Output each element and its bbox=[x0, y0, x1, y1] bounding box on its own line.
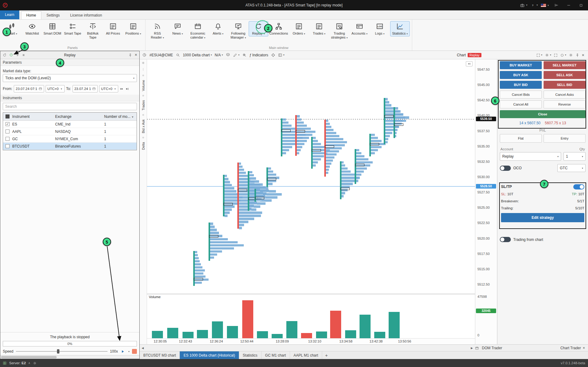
col-number[interactable]: Number of mo...▼ bbox=[104, 114, 137, 119]
indicators-button[interactable]: ƒIndicators bbox=[249, 53, 268, 57]
language-button[interactable]: ▾ bbox=[541, 4, 549, 7]
crosshair-icon[interactable] bbox=[271, 53, 275, 57]
settings-button[interactable]: ▾ bbox=[545, 53, 551, 57]
ribbon-item-trading-strategies[interactable]: Trading strategies▾ bbox=[330, 21, 349, 40]
maximize-button[interactable] bbox=[576, 2, 586, 9]
to-date-field[interactable]: 23.07.24 1 bbox=[73, 85, 98, 92]
theme-button[interactable]: ▾ bbox=[560, 53, 566, 57]
mode-selector[interactable]: N/A▾ bbox=[215, 53, 223, 57]
volume-pane[interactable]: Volume bbox=[147, 294, 475, 338]
col-exchange[interactable]: Exchange bbox=[55, 114, 104, 119]
tab-license-information[interactable]: License information bbox=[65, 11, 107, 19]
close-panel-icon[interactable]: × bbox=[135, 53, 137, 57]
row-checkbox[interactable] bbox=[6, 137, 9, 141]
account-select[interactable]: Replay▾ bbox=[500, 152, 561, 161]
row-checkbox[interactable] bbox=[6, 129, 9, 133]
row-checkbox[interactable]: ✓ bbox=[6, 122, 9, 126]
strip-label-volume[interactable]: Volume bbox=[141, 80, 145, 91]
playback-stop-button[interactable] bbox=[132, 349, 137, 354]
instrument-search[interactable] bbox=[3, 103, 137, 110]
panel-hscrollbar[interactable] bbox=[0, 355, 139, 359]
zoom-icon[interactable] bbox=[242, 53, 247, 57]
scroll-right-arrow[interactable]: ▶ bbox=[469, 346, 475, 350]
sell-ask-button[interactable]: SELL ASK bbox=[544, 71, 586, 79]
stop-button-header[interactable] bbox=[22, 53, 25, 57]
play-button-header[interactable] bbox=[16, 53, 20, 57]
draw-tool[interactable]: ▾ bbox=[233, 53, 239, 57]
ribbon-item-chart[interactable]: Chart▾ bbox=[2, 21, 22, 36]
screenshot-button[interactable]: ▾ bbox=[520, 3, 527, 7]
close-chart-trader-icon[interactable]: × bbox=[583, 346, 585, 350]
ribbon-item-orders[interactable]: Orders▾ bbox=[289, 21, 309, 36]
ribbon-item-news[interactable]: News▾ bbox=[168, 21, 187, 36]
chart-area[interactable]: VolumeTradesBid x AskDelta Volume 12:30:… bbox=[140, 59, 497, 344]
tab-statistics[interactable]: Statistics bbox=[239, 351, 262, 359]
from-date-field[interactable]: 23.07.24 07:1 bbox=[14, 85, 44, 92]
tab-learn[interactable]: Learn bbox=[0, 10, 19, 19]
session-calendar-icon[interactable] bbox=[475, 346, 479, 350]
sell-bid-button[interactable]: SELL BID bbox=[544, 81, 586, 89]
link-button[interactable]: ▾ bbox=[536, 53, 542, 57]
calendar-icon[interactable] bbox=[92, 87, 96, 91]
ribbon-item-replay[interactable]: Replay▾ bbox=[249, 21, 268, 36]
gear-icon[interactable] bbox=[569, 53, 573, 57]
col-instrument[interactable]: Instrument bbox=[12, 114, 55, 119]
ribbon-item-following-manager[interactable]: Following Manager▾ bbox=[228, 21, 248, 40]
market-data-type-select[interactable]: Ticks and the DOM (Level2)▾ bbox=[3, 74, 137, 82]
reverse-button[interactable]: Reverse bbox=[544, 100, 586, 108]
ribbon-item-statistics[interactable]: Statistics▾ bbox=[390, 21, 410, 36]
ribbon-item-trades[interactable]: Trades▾ bbox=[309, 21, 329, 36]
ribbon-item-rss-reader[interactable]: RSS Reader▾ bbox=[148, 21, 167, 40]
ribbon-item-economic-calendar[interactable]: Economic calendar▾ bbox=[188, 21, 208, 40]
trading-from-chart-toggle[interactable] bbox=[500, 237, 511, 242]
ribbon-item-accounts[interactable]: Accounts▾ bbox=[350, 21, 369, 36]
chart-symbol[interactable]: #ESU4@CME bbox=[149, 53, 173, 57]
tab-aapl-m1-chart[interactable]: AAPL M1 chart bbox=[290, 351, 322, 359]
search-icon[interactable] bbox=[176, 53, 180, 57]
ribbon-item-all-prices[interactable]: All Prices bbox=[103, 21, 123, 36]
panel-layout-button[interactable]: ▾ bbox=[278, 53, 285, 57]
cluster-chart-canvas[interactable] bbox=[147, 59, 475, 294]
time-axis[interactable]: 12:30:0512:32:4312:36:2412:50:4413:28:09… bbox=[147, 338, 475, 344]
sltp-toggle[interactable] bbox=[573, 184, 584, 189]
play-options-caret[interactable]: ▾ bbox=[128, 350, 130, 353]
ribbon-item-positions[interactable]: Positions▾ bbox=[123, 21, 143, 36]
buy-market-button[interactable]: BUY MARKET bbox=[500, 61, 542, 69]
strip-label-delta[interactable]: Delta bbox=[141, 142, 145, 150]
table-row[interactable]: BTCUSDTBinanceFutures1 bbox=[3, 143, 137, 150]
strip-label-trades[interactable]: Trades bbox=[141, 100, 145, 110]
ribbon-item-smart-tape[interactable]: Smart Tape bbox=[63, 21, 82, 36]
minimize-button[interactable] bbox=[564, 2, 573, 9]
speed-slider-thumb[interactable] bbox=[57, 349, 59, 354]
close-chart-icon[interactable]: × bbox=[582, 53, 584, 58]
help-button[interactable]: ?▾ bbox=[530, 3, 538, 7]
ribbon-item-bid-ask-tape[interactable]: Bid/Ask Tape bbox=[83, 21, 103, 40]
row-checkbox[interactable] bbox=[6, 144, 9, 148]
from-timezone-select[interactable]: UTC+0▾ bbox=[46, 85, 65, 92]
tab-es-1000-delta-chart-historical[interactable]: ES 1000 Delta chart (Historical) bbox=[180, 351, 239, 359]
buy-bid-button[interactable]: BUY BID bbox=[500, 81, 542, 89]
fullscreen-icon[interactable] bbox=[554, 53, 558, 57]
tab-home[interactable]: Home bbox=[21, 11, 41, 19]
ribbon-item-watchlist[interactable]: Watchlist bbox=[22, 21, 42, 36]
ribbon-item-connections[interactable]: Connections bbox=[269, 21, 288, 36]
playback-progress[interactable]: 0% bbox=[3, 341, 137, 346]
replay-clock-icon[interactable] bbox=[142, 53, 147, 57]
tif-select[interactable]: GTC▾ bbox=[557, 164, 586, 172]
flat-button[interactable]: Flat bbox=[500, 134, 542, 143]
sell-market-button[interactable]: SELL MARKET bbox=[544, 61, 586, 69]
edit-strategy-button[interactable]: Edit strategy bbox=[501, 213, 584, 222]
entry-button[interactable]: Entry bbox=[544, 134, 586, 143]
chart-trader-tab[interactable]: Chart Trader× bbox=[557, 345, 588, 351]
to-timezone-select[interactable]: UTC+0▾ bbox=[99, 85, 118, 92]
cancel-asks-button[interactable]: Cancel Asks bbox=[544, 91, 586, 99]
ribbon-item-smart-dom[interactable]: Smart DOM bbox=[43, 21, 62, 36]
price-axis[interactable]: 5547.505545.005542.505540.005537.505535.… bbox=[475, 59, 497, 344]
ribbon-item-logs[interactable]: LOGLogs▾ bbox=[370, 21, 390, 36]
fast-forward-icon[interactable] bbox=[120, 87, 124, 91]
calendar-icon[interactable] bbox=[39, 87, 42, 91]
tab-gc-m1-chart[interactable]: GC M1 chart bbox=[262, 351, 290, 359]
speed-slider[interactable] bbox=[16, 349, 107, 354]
oco-toggle[interactable] bbox=[500, 166, 511, 171]
skip-to-end-icon[interactable] bbox=[125, 87, 129, 91]
